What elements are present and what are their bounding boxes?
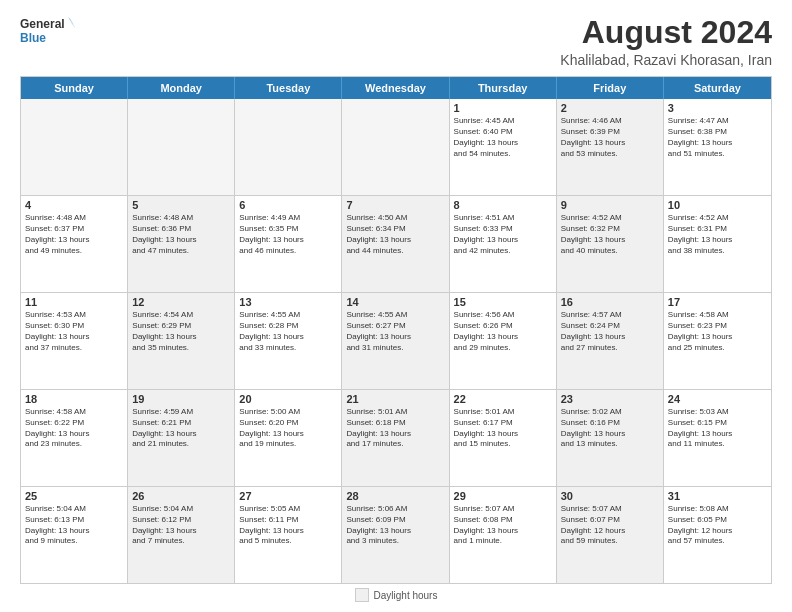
cell-text-18: Sunrise: 4:58 AM Sunset: 6:22 PM Dayligh… (25, 407, 123, 450)
calendar-row-2: 11Sunrise: 4:53 AM Sunset: 6:30 PM Dayli… (21, 293, 771, 390)
cell-text-27: Sunrise: 5:05 AM Sunset: 6:11 PM Dayligh… (239, 504, 337, 547)
cell-text-8: Sunrise: 4:51 AM Sunset: 6:33 PM Dayligh… (454, 213, 552, 256)
cell-text-22: Sunrise: 5:01 AM Sunset: 6:17 PM Dayligh… (454, 407, 552, 450)
cell-text-10: Sunrise: 4:52 AM Sunset: 6:31 PM Dayligh… (668, 213, 767, 256)
cell-text-13: Sunrise: 4:55 AM Sunset: 6:28 PM Dayligh… (239, 310, 337, 353)
calendar-cell-17: 17Sunrise: 4:58 AM Sunset: 6:23 PM Dayli… (664, 293, 771, 389)
header-saturday: Saturday (664, 77, 771, 99)
svg-marker-3 (70, 21, 75, 29)
header-monday: Monday (128, 77, 235, 99)
calendar-cell-24: 24Sunrise: 5:03 AM Sunset: 6:15 PM Dayli… (664, 390, 771, 486)
calendar-cell-23: 23Sunrise: 5:02 AM Sunset: 6:16 PM Dayli… (557, 390, 664, 486)
day-number-2: 2 (561, 102, 659, 114)
day-number-20: 20 (239, 393, 337, 405)
calendar-cell-27: 27Sunrise: 5:05 AM Sunset: 6:11 PM Dayli… (235, 487, 342, 583)
day-number-11: 11 (25, 296, 123, 308)
calendar-cell-7: 7Sunrise: 4:50 AM Sunset: 6:34 PM Daylig… (342, 196, 449, 292)
calendar-row-1: 4Sunrise: 4:48 AM Sunset: 6:37 PM Daylig… (21, 196, 771, 293)
calendar-cell-8: 8Sunrise: 4:51 AM Sunset: 6:33 PM Daylig… (450, 196, 557, 292)
cell-text-5: Sunrise: 4:48 AM Sunset: 6:36 PM Dayligh… (132, 213, 230, 256)
cell-text-15: Sunrise: 4:56 AM Sunset: 6:26 PM Dayligh… (454, 310, 552, 353)
day-number-15: 15 (454, 296, 552, 308)
calendar-header: SundayMondayTuesdayWednesdayThursdayFrid… (21, 77, 771, 99)
header-wednesday: Wednesday (342, 77, 449, 99)
calendar-cell-22: 22Sunrise: 5:01 AM Sunset: 6:17 PM Dayli… (450, 390, 557, 486)
header-sunday: Sunday (21, 77, 128, 99)
calendar-cell-5: 5Sunrise: 4:48 AM Sunset: 6:36 PM Daylig… (128, 196, 235, 292)
logo-svg: General Blue (20, 15, 75, 50)
day-number-10: 10 (668, 199, 767, 211)
calendar-cell-6: 6Sunrise: 4:49 AM Sunset: 6:35 PM Daylig… (235, 196, 342, 292)
calendar: SundayMondayTuesdayWednesdayThursdayFrid… (20, 76, 772, 584)
calendar-cell-20: 20Sunrise: 5:00 AM Sunset: 6:20 PM Dayli… (235, 390, 342, 486)
calendar-cell-28: 28Sunrise: 5:06 AM Sunset: 6:09 PM Dayli… (342, 487, 449, 583)
cell-text-12: Sunrise: 4:54 AM Sunset: 6:29 PM Dayligh… (132, 310, 230, 353)
day-number-6: 6 (239, 199, 337, 211)
day-number-13: 13 (239, 296, 337, 308)
calendar-cell-16: 16Sunrise: 4:57 AM Sunset: 6:24 PM Dayli… (557, 293, 664, 389)
day-number-31: 31 (668, 490, 767, 502)
calendar-cell-26: 26Sunrise: 5:04 AM Sunset: 6:12 PM Dayli… (128, 487, 235, 583)
day-number-4: 4 (25, 199, 123, 211)
day-number-18: 18 (25, 393, 123, 405)
svg-text:General: General (20, 17, 65, 31)
cell-text-6: Sunrise: 4:49 AM Sunset: 6:35 PM Dayligh… (239, 213, 337, 256)
calendar-cell-14: 14Sunrise: 4:55 AM Sunset: 6:27 PM Dayli… (342, 293, 449, 389)
svg-marker-2 (68, 17, 74, 25)
day-number-1: 1 (454, 102, 552, 114)
location-subtitle: Khalilabad, Razavi Khorasan, Iran (560, 52, 772, 68)
calendar-cell-30: 30Sunrise: 5:07 AM Sunset: 6:07 PM Dayli… (557, 487, 664, 583)
cell-text-9: Sunrise: 4:52 AM Sunset: 6:32 PM Dayligh… (561, 213, 659, 256)
day-number-23: 23 (561, 393, 659, 405)
page-header: General Blue August 2024 Khalilabad, Raz… (20, 15, 772, 68)
cell-text-29: Sunrise: 5:07 AM Sunset: 6:08 PM Dayligh… (454, 504, 552, 547)
daylight-swatch (355, 588, 369, 602)
calendar-cell-empty-0-2 (235, 99, 342, 195)
cell-text-19: Sunrise: 4:59 AM Sunset: 6:21 PM Dayligh… (132, 407, 230, 450)
day-number-26: 26 (132, 490, 230, 502)
calendar-cell-19: 19Sunrise: 4:59 AM Sunset: 6:21 PM Dayli… (128, 390, 235, 486)
cell-text-3: Sunrise: 4:47 AM Sunset: 6:38 PM Dayligh… (668, 116, 767, 159)
day-number-30: 30 (561, 490, 659, 502)
day-number-7: 7 (346, 199, 444, 211)
day-number-5: 5 (132, 199, 230, 211)
cell-text-23: Sunrise: 5:02 AM Sunset: 6:16 PM Dayligh… (561, 407, 659, 450)
calendar-cell-4: 4Sunrise: 4:48 AM Sunset: 6:37 PM Daylig… (21, 196, 128, 292)
calendar-cell-3: 3Sunrise: 4:47 AM Sunset: 6:38 PM Daylig… (664, 99, 771, 195)
header-tuesday: Tuesday (235, 77, 342, 99)
cell-text-31: Sunrise: 5:08 AM Sunset: 6:05 PM Dayligh… (668, 504, 767, 547)
cell-text-30: Sunrise: 5:07 AM Sunset: 6:07 PM Dayligh… (561, 504, 659, 547)
cell-text-28: Sunrise: 5:06 AM Sunset: 6:09 PM Dayligh… (346, 504, 444, 547)
cell-text-14: Sunrise: 4:55 AM Sunset: 6:27 PM Dayligh… (346, 310, 444, 353)
calendar-cell-13: 13Sunrise: 4:55 AM Sunset: 6:28 PM Dayli… (235, 293, 342, 389)
calendar-cell-15: 15Sunrise: 4:56 AM Sunset: 6:26 PM Dayli… (450, 293, 557, 389)
cell-text-11: Sunrise: 4:53 AM Sunset: 6:30 PM Dayligh… (25, 310, 123, 353)
calendar-cell-empty-0-3 (342, 99, 449, 195)
day-number-19: 19 (132, 393, 230, 405)
cell-text-21: Sunrise: 5:01 AM Sunset: 6:18 PM Dayligh… (346, 407, 444, 450)
calendar-cell-11: 11Sunrise: 4:53 AM Sunset: 6:30 PM Dayli… (21, 293, 128, 389)
calendar-body: 1Sunrise: 4:45 AM Sunset: 6:40 PM Daylig… (21, 99, 771, 583)
calendar-row-4: 25Sunrise: 5:04 AM Sunset: 6:13 PM Dayli… (21, 487, 771, 583)
cell-text-24: Sunrise: 5:03 AM Sunset: 6:15 PM Dayligh… (668, 407, 767, 450)
calendar-cell-9: 9Sunrise: 4:52 AM Sunset: 6:32 PM Daylig… (557, 196, 664, 292)
calendar-cell-29: 29Sunrise: 5:07 AM Sunset: 6:08 PM Dayli… (450, 487, 557, 583)
day-number-28: 28 (346, 490, 444, 502)
cell-text-4: Sunrise: 4:48 AM Sunset: 6:37 PM Dayligh… (25, 213, 123, 256)
cell-text-2: Sunrise: 4:46 AM Sunset: 6:39 PM Dayligh… (561, 116, 659, 159)
header-thursday: Thursday (450, 77, 557, 99)
day-number-17: 17 (668, 296, 767, 308)
cell-text-1: Sunrise: 4:45 AM Sunset: 6:40 PM Dayligh… (454, 116, 552, 159)
calendar-cell-10: 10Sunrise: 4:52 AM Sunset: 6:31 PM Dayli… (664, 196, 771, 292)
month-year-title: August 2024 (560, 15, 772, 50)
day-number-24: 24 (668, 393, 767, 405)
svg-text:Blue: Blue (20, 31, 46, 45)
footer-daylight-item: Daylight hours (355, 588, 438, 602)
logo: General Blue (20, 15, 75, 50)
day-number-22: 22 (454, 393, 552, 405)
cell-text-16: Sunrise: 4:57 AM Sunset: 6:24 PM Dayligh… (561, 310, 659, 353)
footer: Daylight hours (20, 588, 772, 602)
day-number-14: 14 (346, 296, 444, 308)
cell-text-7: Sunrise: 4:50 AM Sunset: 6:34 PM Dayligh… (346, 213, 444, 256)
calendar-cell-empty-0-1 (128, 99, 235, 195)
